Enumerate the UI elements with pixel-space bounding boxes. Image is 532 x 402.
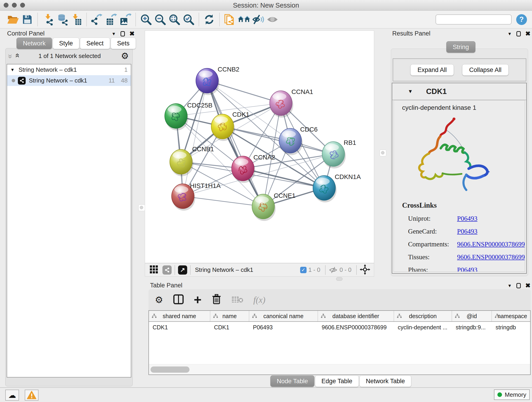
delete-column-button[interactable] bbox=[212, 294, 221, 306]
table-settings-button[interactable]: ⚙ bbox=[155, 294, 163, 305]
column-header-description[interactable]: description bbox=[394, 311, 452, 321]
collapse-gene-icon[interactable]: ▼ bbox=[408, 89, 413, 95]
crosslink-link[interactable]: P06493 bbox=[457, 215, 477, 222]
export-network-button[interactable] bbox=[90, 12, 104, 27]
collapse-all-button[interactable]: Collapse All bbox=[462, 64, 509, 76]
network-graph[interactable]: CCNB2CCNA1CDC25BCDK1CDC6RB1CCNB1CCNA2CDK… bbox=[145, 31, 374, 263]
columns-icon bbox=[173, 294, 184, 304]
table-cell[interactable]: 9606.ENSP00000378699 bbox=[318, 324, 394, 331]
first-neighbors-button[interactable] bbox=[237, 12, 251, 27]
crosslink-link[interactable]: P06493 bbox=[457, 228, 477, 235]
table-cell[interactable]: stringdb:9... bbox=[452, 324, 492, 331]
table-cell[interactable]: CDK1 bbox=[210, 324, 249, 331]
zoom-out-button[interactable] bbox=[153, 12, 167, 27]
tree-expand-icon[interactable]: ▼ bbox=[10, 67, 19, 72]
column-header-shared-name[interactable]: shared name bbox=[149, 311, 210, 321]
column-header-namespace[interactable]: namespace bbox=[492, 311, 531, 321]
memory-button[interactable]: Memory bbox=[494, 389, 530, 400]
panel-menu-icon[interactable]: ▼ bbox=[507, 283, 512, 288]
table-cell[interactable]: stringdb bbox=[492, 324, 531, 331]
selected-checkbox-icon[interactable]: ✓ bbox=[300, 267, 307, 273]
tab-string[interactable]: String bbox=[446, 41, 475, 53]
column-header-@id[interactable]: @id bbox=[452, 311, 492, 321]
search-input[interactable] bbox=[438, 16, 510, 23]
refresh-button[interactable] bbox=[202, 12, 216, 27]
add-column-button[interactable]: + bbox=[194, 294, 202, 305]
left-splitter-handle[interactable] bbox=[138, 204, 145, 211]
crosslinks-title: CrossLinks bbox=[402, 201, 525, 210]
column-header-database-identifier[interactable]: database identifier bbox=[318, 311, 394, 321]
open-folder-icon bbox=[7, 14, 19, 25]
panel-close-icon[interactable]: ✖ bbox=[129, 31, 135, 37]
panel-float-icon[interactable] bbox=[120, 31, 125, 36]
string-results-toolbar: Expand All Collapse All bbox=[393, 58, 526, 81]
new-network-from-selection-button[interactable] bbox=[223, 12, 237, 27]
collection-label: String Network – cdk1 bbox=[19, 66, 77, 73]
crosslink-link[interactable]: 9606.ENSP00000378699 bbox=[457, 253, 525, 261]
export-table-button[interactable] bbox=[104, 12, 118, 27]
panel-close-icon[interactable]: ✖ bbox=[525, 283, 531, 289]
panel-menu-icon[interactable]: ▼ bbox=[112, 32, 116, 36]
cloud-status-button[interactable]: ☁ bbox=[5, 390, 19, 401]
table-cell[interactable]: cyclin-dependent ... bbox=[394, 324, 452, 331]
gene-card-header[interactable]: ▼ CDK1 bbox=[392, 83, 526, 100]
table-row[interactable]: CDK1CDK1P064939606.ENSP00000378699cyclin… bbox=[149, 322, 530, 333]
crosslink-row: Pharos:P06493 bbox=[402, 266, 525, 272]
open-session-button[interactable] bbox=[6, 12, 20, 27]
expand-all-icon[interactable]: » bbox=[13, 54, 20, 58]
network-canvas[interactable]: CCNB2CCNA1CDC25BCDK1CDC6RB1CCNB1CCNA2CDK… bbox=[145, 31, 374, 263]
import-network-from-database-button[interactable] bbox=[55, 12, 69, 27]
tab-network[interactable]: Network bbox=[17, 38, 52, 49]
graphics-details-button[interactable] bbox=[162, 265, 172, 274]
delete-table-button[interactable] bbox=[231, 295, 243, 304]
scrollbar-thumb[interactable] bbox=[151, 366, 190, 373]
zoom-in-button[interactable] bbox=[139, 12, 153, 27]
import-table-button[interactable] bbox=[69, 12, 83, 27]
tab-node-table[interactable]: Node Table bbox=[270, 375, 314, 387]
network-collection-row[interactable]: ▼ String Network – cdk1 1 bbox=[7, 64, 131, 75]
show-all-button[interactable] bbox=[265, 12, 279, 27]
tab-select[interactable]: Select bbox=[80, 38, 110, 49]
fit-selected-button[interactable] bbox=[360, 264, 370, 276]
grid-view-button[interactable] bbox=[150, 265, 158, 275]
column-header-canonical-name[interactable]: canonical name bbox=[249, 311, 318, 321]
panel-close-icon[interactable]: ✖ bbox=[525, 31, 531, 37]
hide-selected-button[interactable] bbox=[251, 12, 265, 27]
tab-network-table[interactable]: Network Table bbox=[360, 375, 412, 387]
table-cell[interactable]: P06493 bbox=[249, 324, 318, 331]
warnings-button[interactable] bbox=[25, 390, 38, 401]
tab-sets[interactable]: Sets bbox=[111, 38, 136, 49]
panel-float-icon[interactable] bbox=[516, 31, 521, 36]
function-builder-button[interactable]: f(x) bbox=[253, 295, 266, 305]
bottom-splitter-handle[interactable] bbox=[336, 277, 342, 281]
share-icon bbox=[164, 267, 170, 273]
expand-all-button[interactable]: Expand All bbox=[410, 64, 454, 76]
tab-edge-table[interactable]: Edge Table bbox=[315, 375, 359, 387]
help-button[interactable]: ? bbox=[516, 14, 527, 25]
import-network-button[interactable] bbox=[41, 12, 55, 27]
table-horizontal-scrollbar[interactable] bbox=[149, 364, 530, 375]
show-columns-button[interactable] bbox=[173, 294, 184, 305]
network-selection-status: 1 of 1 Network selected bbox=[18, 52, 121, 60]
toolbar-separator bbox=[199, 13, 199, 26]
toolbar-search bbox=[436, 14, 512, 25]
network-row-selected[interactable]: String Network – cdk1 11 48 bbox=[7, 75, 131, 86]
network-node-label-HIST1H1A: HIST1H1A bbox=[190, 182, 221, 189]
crosslink-link[interactable]: P06493 bbox=[457, 266, 477, 272]
right-splitter-handle[interactable] bbox=[380, 150, 386, 156]
network-edge-CCNB2-HIST1H1A[interactable] bbox=[183, 81, 207, 196]
collection-count: 1 bbox=[124, 66, 128, 73]
crosslink-link[interactable]: 9606.ENSP00000378699 bbox=[457, 240, 525, 248]
zoom-selected-button[interactable] bbox=[181, 12, 196, 27]
panel-menu-icon[interactable]: ▼ bbox=[507, 32, 512, 36]
gear-icon[interactable]: ⚙ bbox=[121, 51, 129, 61]
column-header-name[interactable]: name bbox=[210, 311, 249, 321]
table-panel-title: Table Panel bbox=[150, 282, 182, 289]
table-cell[interactable]: CDK1 bbox=[149, 324, 210, 331]
panel-float-icon[interactable] bbox=[516, 283, 521, 288]
birds-eye-view-button[interactable]: ↗ bbox=[178, 265, 187, 274]
export-image-button[interactable] bbox=[118, 12, 133, 27]
save-session-button[interactable] bbox=[20, 12, 34, 27]
tab-style[interactable]: Style bbox=[53, 38, 79, 49]
zoom-fit-button[interactable] bbox=[167, 12, 181, 27]
